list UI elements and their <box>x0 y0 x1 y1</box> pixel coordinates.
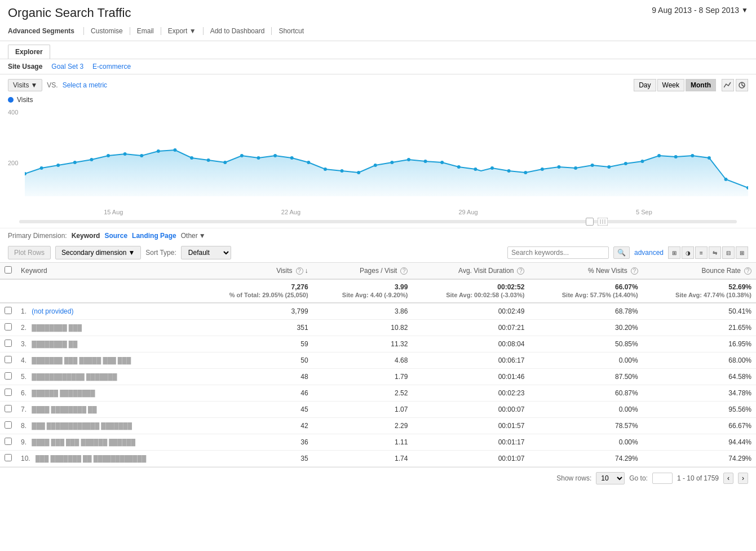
advanced-segments-button[interactable]: Advanced Segments <box>8 25 80 37</box>
svg-point-21 <box>307 161 310 164</box>
goto-input[interactable]: 1 <box>652 473 673 484</box>
keyword-link-5[interactable]: ██████ ████████ <box>32 390 95 396</box>
view-compare-button[interactable]: ⇋ <box>709 246 721 259</box>
keyword-link-7[interactable]: ███ ████████████ ███████ <box>32 422 132 429</box>
keyword-link-3[interactable]: ███████ ███ █████ ███ ███ <box>32 357 131 364</box>
keyword-link-9[interactable]: ███ ███████ ██ ████████████ <box>36 455 146 462</box>
view-buttons: ⊞ ◑ ≡ ⇋ ⊟ ⊞ <box>668 246 748 259</box>
primary-dim-keyword[interactable]: Keyword <box>72 232 100 240</box>
bounce-info-icon[interactable]: ? <box>744 267 751 275</box>
sub-tab-site-usage[interactable]: Site Usage <box>8 63 42 70</box>
keyword-link-2[interactable]: ████████ ██ <box>32 341 77 347</box>
col-header-avg-duration[interactable]: Avg. Visit Duration ? <box>412 263 529 279</box>
tab-explorer[interactable]: Explorer <box>8 45 50 59</box>
svg-point-23 <box>341 169 344 173</box>
row-keyword-cell-6: 7. ████ ████████ ██ <box>16 402 196 418</box>
plot-rows-button: Plot Rows <box>8 246 51 259</box>
export-button[interactable]: Export ▼ <box>163 25 201 37</box>
totals-duration-cell: 00:02:52 Site Avg: 00:02:58 (-3.03%) <box>412 279 529 303</box>
svg-marker-3 <box>25 150 748 196</box>
period-day-button[interactable]: Day <box>634 79 656 91</box>
line-chart-svg <box>25 106 748 196</box>
primary-dim-source[interactable]: Source <box>104 232 127 240</box>
svg-point-16 <box>223 161 227 164</box>
add-to-dashboard-button[interactable]: Add to Dashboard <box>206 25 269 37</box>
keyword-link-1[interactable]: ████████ ███ <box>32 324 82 331</box>
row-checkbox-5[interactable] <box>5 389 12 396</box>
keyword-link-6[interactable]: ████ ████████ ██ <box>32 406 96 413</box>
table-controls: Plot Rows Secondary dimension ▼ Sort Typ… <box>0 243 756 263</box>
email-button[interactable]: Email <box>132 25 158 37</box>
keyword-link-4[interactable]: ████████████ ███████ <box>32 373 117 380</box>
row-checkbox-8[interactable] <box>5 438 12 445</box>
date-range-arrow: ▼ <box>741 6 748 14</box>
row-bounce-8: 94.44% <box>643 434 756 451</box>
col-header-bounce-rate[interactable]: Bounce Rate ? <box>643 263 756 279</box>
select-all-checkbox[interactable] <box>5 266 12 274</box>
row-checkbox-2[interactable] <box>5 340 12 347</box>
col-header-pages-visit[interactable]: Pages / Visit ? <box>313 263 413 279</box>
view-grid-button[interactable]: ⊞ <box>668 246 680 259</box>
view-table-button[interactable]: ⊞ <box>736 246 748 259</box>
primary-dim-landing-page[interactable]: Landing Page <box>132 232 176 240</box>
row-checkbox-1[interactable] <box>5 323 12 330</box>
row-visits-1: 351 <box>196 320 313 336</box>
date-range-text: 9 Aug 2013 - 8 Sep 2013 <box>652 6 739 15</box>
view-pie-button[interactable]: ◑ <box>682 246 694 259</box>
keyword-link-8[interactable]: ████ ███ ███ ██████ ██████ <box>32 439 135 446</box>
metric-dropdown[interactable]: Visits ▼ <box>8 79 42 91</box>
svg-point-45 <box>708 156 711 160</box>
sub-tab-goal-set-3[interactable]: Goal Set 3 <box>51 63 83 70</box>
new-visits-info-icon[interactable]: ? <box>631 267 638 275</box>
row-new-visits-7: 78.57% <box>529 418 642 434</box>
row-checkbox-9[interactable] <box>5 454 12 461</box>
line-chart-button[interactable] <box>722 79 734 91</box>
col-header-keyword[interactable]: Keyword <box>16 263 196 279</box>
row-checkbox-3[interactable] <box>5 356 12 363</box>
search-input[interactable] <box>507 246 609 259</box>
next-page-button[interactable]: › <box>738 473 748 484</box>
y-label-200: 200 <box>8 160 18 166</box>
pie-chart-button[interactable] <box>736 79 748 91</box>
search-button[interactable]: 🔍 <box>613 246 630 259</box>
customise-button[interactable]: Customise <box>86 25 127 37</box>
row-bounce-6: 95.56% <box>643 402 756 418</box>
row-checkbox-4[interactable] <box>5 372 12 380</box>
toolbar-separator-5 <box>271 27 272 35</box>
row-checkbox-7[interactable] <box>5 421 12 429</box>
svg-point-28 <box>424 160 427 163</box>
sub-tab-ecommerce[interactable]: E-commerce <box>92 63 131 70</box>
view-pivot-button[interactable]: ⊟ <box>722 246 735 259</box>
row-pages-0: 3.86 <box>313 303 413 320</box>
shortcut-button[interactable]: Shortcut <box>274 25 308 37</box>
secondary-dimension-button[interactable]: Secondary dimension ▼ <box>55 246 141 259</box>
row-keyword-cell-0: 1. (not provided) <box>16 303 196 320</box>
show-rows-select[interactable]: 10 25 50 100 <box>596 472 625 484</box>
primary-dim-other[interactable]: Other ▼ <box>181 232 206 240</box>
col-header-visits[interactable]: Visits ? ↓ <box>196 263 313 279</box>
prev-page-button[interactable]: ‹ <box>723 473 733 484</box>
period-month-button[interactable]: Month <box>686 79 716 91</box>
row-bounce-5: 34.78% <box>643 385 756 402</box>
scrubber-handle[interactable] <box>586 218 594 226</box>
date-range[interactable]: 9 Aug 2013 - 8 Sep 2013 ▼ <box>652 6 748 15</box>
row-checkbox-0[interactable] <box>5 307 12 314</box>
sort-type-select[interactable]: Default Weighted <box>181 246 231 259</box>
visits-info-icon[interactable]: ? <box>296 267 303 275</box>
keyword-link-0[interactable]: (not provided) <box>32 307 73 315</box>
pages-info-icon[interactable]: ? <box>400 267 408 275</box>
advanced-link[interactable]: advanced <box>634 249 664 257</box>
row-keyword-cell-5: 6. ██████ ████████ <box>16 385 196 402</box>
col-header-new-visits[interactable]: % New Visits ? <box>529 263 642 279</box>
primary-dimension-label: Primary Dimension: <box>8 232 67 240</box>
svg-point-18 <box>257 156 260 160</box>
duration-info-icon[interactable]: ? <box>517 267 524 275</box>
row-duration-8: 00:01:17 <box>412 434 529 451</box>
svg-point-25 <box>374 164 377 167</box>
chart-legend: Visits <box>8 94 748 106</box>
period-week-button[interactable]: Week <box>657 79 684 91</box>
select-metric-link[interactable]: Select a metric <box>63 81 107 89</box>
scrubber-bar[interactable] <box>19 220 737 223</box>
view-bar-button[interactable]: ≡ <box>695 246 708 259</box>
row-checkbox-6[interactable] <box>5 405 12 412</box>
